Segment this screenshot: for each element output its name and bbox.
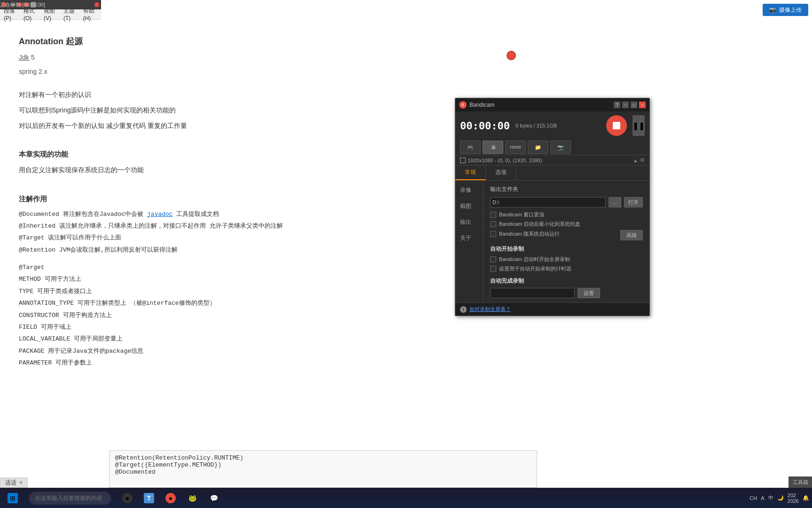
resolution-settings-icon[interactable]: ⚙ — [640, 157, 645, 163]
adaption-close-btn[interactable]: × — [19, 479, 23, 486]
taskbar-moon-icon: 🌙 — [777, 495, 784, 501]
advanced-button[interactable]: 高级 — [620, 230, 643, 240]
settings-button[interactable]: 设置 — [578, 288, 600, 298]
taskbar-app-t[interactable]: T — [139, 490, 159, 506]
taskbar-search[interactable] — [24, 490, 116, 506]
annotation-documented: @Documented 将注解包含在Javadoc中会被 javadoc 工具提… — [19, 209, 432, 220]
menu-bar: 段落(P) 格式(O) 视图(V) 主题(T) 帮助(H) — [0, 9, 101, 20]
annotation-title: Annotation 起源 — [19, 34, 432, 49]
taskbar-ch-label: CH — [750, 495, 757, 501]
browse-button[interactable]: ... — [609, 197, 621, 207]
taskbar-app-rec[interactable]: ● — [161, 490, 180, 506]
menu-item-bang[interactable]: 帮助(H) — [83, 7, 98, 22]
annotation-target: @Target 该注解可以作用于什么上面 — [19, 232, 432, 243]
javadoc-link[interactable]: javadoc — [147, 211, 173, 218]
bandicam-record-button[interactable] — [606, 115, 627, 136]
bandicam-tabs: 常规 选项 — [455, 166, 649, 181]
tab-options[interactable]: 选项 — [486, 166, 516, 180]
bandicam-timer-row: 00:00:00 0 bytes / 315.1GB ❚❚ — [455, 111, 649, 140]
tab-general[interactable]: 常规 — [455, 166, 486, 180]
camera-icon: 📷 — [769, 7, 776, 13]
resolution-expand-icon[interactable]: ▲ — [633, 158, 638, 163]
menu-item-ge[interactable]: 格式(O) — [23, 7, 38, 22]
intro-p2: 可以联想到Spring源码中注解是如何实现的相关功能的 — [19, 104, 432, 116]
output-folder-row: ... 打开 — [490, 197, 643, 207]
auto-complete-header: 自动完成录制 — [490, 277, 643, 285]
checkbox-minimize-input[interactable] — [490, 221, 496, 227]
output-folder-input[interactable] — [490, 197, 606, 207]
bandicam-folder-icon[interactable]: 📁 — [528, 141, 548, 154]
search-input[interactable] — [29, 492, 111, 505]
bandicam-left-nav: 录像 截图 输出 关于 — [455, 181, 484, 303]
bandicam-window: B Bandicam ? － □ × 00:00:00 0 bytes / 31… — [455, 98, 650, 316]
footer-text[interactable]: 如何录制全屏幕？ — [469, 306, 511, 313]
menu-item-shi[interactable]: 视图(V) — [44, 7, 58, 22]
taskbar: ⊞ ● T ● 🐸 💬 CH A 中 🌙 2022026 🔔 — [0, 488, 812, 508]
bandicam-pause-btn[interactable]: ❚❚ — [632, 115, 645, 136]
intro-p3: 对以后的开发有一个新的认知 减少重复代码 重复的工作量 — [19, 120, 432, 132]
code-line-3: @Documented — [115, 468, 531, 476]
bandicam-titlebar: B Bandicam ? － □ × — [455, 98, 649, 111]
nav-recording[interactable]: 录像 — [455, 183, 483, 198]
target-local-variable: LOCAL_VARIABLE 可用于局部变量上 — [19, 333, 432, 344]
bandicam-minimize-btn[interactable]: － — [622, 102, 629, 108]
red-dot-indicator — [507, 51, 516, 60]
bandicam-screen-icon[interactable]: 🖥 — [483, 141, 503, 154]
target-parameter: PARAMETER 可用于参数上 — [19, 357, 432, 368]
section1-title: 本章实现的功能 — [19, 148, 432, 160]
chat-icon: 💬 — [209, 493, 219, 503]
section2-title: 注解作用 — [19, 192, 432, 205]
menu-item-duan[interactable]: 段落(P) — [4, 7, 18, 22]
nav-screenshot[interactable]: 截图 — [455, 198, 483, 214]
bandicam-maximize-btn[interactable]: □ — [631, 102, 637, 108]
bandicam-storage: 0 bytes / 315.1GB — [515, 123, 557, 128]
bandicam-timer: 00:00:00 — [460, 120, 510, 132]
nav-output[interactable]: 输出 — [455, 214, 483, 230]
code-line-2: @Target({ElementType.METHOD}) — [115, 461, 531, 468]
taskbar-zh-label: 中 — [768, 494, 773, 501]
taskbar-notifications[interactable]: 🔔 — [803, 495, 809, 501]
taskbar-app-chat[interactable]: 💬 — [204, 490, 224, 506]
taskbar-a-label: A — [761, 495, 764, 501]
taskbar-windows-btn[interactable]: ⊞ — [3, 490, 23, 506]
info-icon: i — [460, 306, 467, 313]
taskbar-app-frog[interactable]: 🐸 — [182, 490, 202, 506]
bandicam-help-btn[interactable]: ? — [614, 102, 620, 108]
at-documented: @Documented — [19, 211, 59, 218]
bandicam-hdmi-icon[interactable]: HDMI — [505, 141, 526, 154]
toolbox-button[interactable]: 工具箱 — [789, 476, 812, 488]
checkbox-minimize: Bandicam 启动后最小化到系统托盘 — [490, 221, 643, 228]
checkbox-window-top: Bandicam 窗口置顶 — [490, 211, 643, 218]
auto-complete-input[interactable] — [490, 288, 575, 298]
rec-taskbar-icon: ● — [165, 493, 176, 503]
checkbox-window-top-input[interactable] — [490, 212, 496, 218]
menu-item-zhu[interactable]: 主题(T) — [63, 7, 78, 22]
bandicam-close-btn[interactable]: × — [639, 102, 646, 108]
target-package: PACKAGE 用于记录Java文件的package信息 — [19, 346, 432, 357]
code-line-1: @Retention(RetentionPolicy.RUNTIME) — [115, 454, 531, 461]
auto-fullscreen-input[interactable] — [490, 256, 496, 262]
windows-icon: ⊞ — [8, 493, 18, 503]
auto-timer-input[interactable] — [490, 266, 496, 272]
bandicam-camera-icon[interactable]: 📷 — [550, 141, 571, 154]
nav-about[interactable]: 关于 — [455, 230, 483, 246]
annotation-inherited: @Inherited 该注解允许继承，只继承类上的注解，对接口不起作用 允许子类… — [19, 221, 432, 231]
frog-icon: 🐸 — [187, 493, 197, 503]
auto-fullscreen-checkbox: Bandicam 启动时开始全屏录制 — [490, 256, 643, 263]
taskbar-app-circle[interactable]: ● — [117, 490, 137, 506]
bandicam-body-container: 录像 截图 输出 关于 输出文件夹 ... 打开 Bandicam 窗口置顶 B… — [455, 181, 649, 303]
adaption-tab[interactable]: 适适 × — [0, 477, 28, 488]
bandicam-settings-content: 输出文件夹 ... 打开 Bandicam 窗口置顶 Bandicam 启动后最… — [484, 181, 649, 303]
bandicam-game-icon[interactable]: 🎮 — [460, 141, 481, 154]
checkbox-startup-input[interactable] — [490, 231, 496, 237]
target-constructor: CONSTRUCTOR 可用于构造方法上 — [19, 310, 432, 321]
upload-button[interactable]: 📷 摄像上传 — [763, 4, 808, 16]
bandicam-stop-icon — [613, 122, 620, 129]
jdk-label: Jdk 5 — [19, 52, 432, 64]
bandicam-resolution: 1920x1080 - (0, 0), (1920, 1080) ▲ ⚙ — [455, 155, 649, 166]
bandicam-footer: i 如何录制全屏幕？ — [455, 302, 649, 316]
bandicam-icon-toolbar: 🎮 🖥 HDMI 📁 📷 — [455, 140, 649, 155]
open-button[interactable]: 打开 — [624, 197, 643, 207]
target-field: FIELD 可用于域上 — [19, 322, 432, 333]
target-method: METHOD 可用于方法上 — [19, 274, 432, 285]
